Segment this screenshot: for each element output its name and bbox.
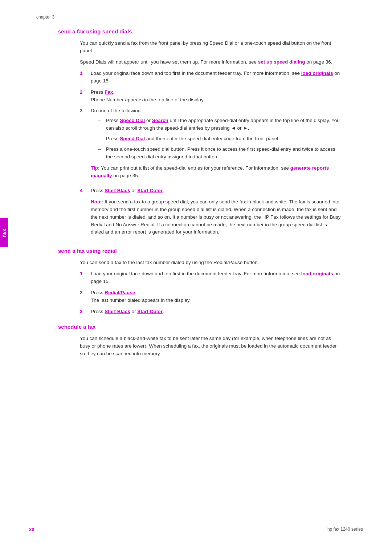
note-text-1: If you send a fax to a group speed dial,… <box>91 199 341 235</box>
step2-after: . <box>113 89 115 95</box>
bullet-1-content: Press Speed Dial or Search until the app… <box>106 117 341 132</box>
set-up-speed-dialing-link[interactable]: set up speed dialing <box>258 59 305 65</box>
step-4-content: Press Start Black or Start Color. Note: … <box>91 187 341 240</box>
redial-step-1-content: Load your original face down and top fir… <box>91 270 341 285</box>
dash-2: – <box>98 135 106 143</box>
speed-dial-link-2[interactable]: Speed Dial <box>120 136 145 141</box>
step2-before: Press <box>91 89 105 95</box>
note-box-1: Note: If you send a fax to a group speed… <box>91 198 341 236</box>
section-speed-dials: send a fax using speed dials You can qui… <box>36 28 363 240</box>
tip-box: Tip: You can print out a list of the spe… <box>91 165 341 180</box>
fax-link[interactable]: Fax <box>105 89 113 95</box>
chapter-text: chapter 3 <box>36 15 54 20</box>
bullet-2: – Press Speed Dial and then enter the sp… <box>98 135 341 143</box>
step-2: 2 Press Fax. Phone Number appears in the… <box>80 89 341 104</box>
step-1: 1 Load your original face down and top f… <box>80 70 341 85</box>
step-num-2: 2 <box>80 89 91 104</box>
side-tab-label: fax <box>1 228 7 237</box>
dash-3: – <box>98 146 106 161</box>
step-num-3: 3 <box>80 107 91 183</box>
bullet-3-content: Press a one-touch speed dial button. Pre… <box>106 146 341 161</box>
bullet-2-content: Press Speed Dial and then enter the spee… <box>106 135 341 143</box>
start-black-link-2[interactable]: Start Black <box>105 309 130 314</box>
step-num-1: 1 <box>80 70 91 85</box>
step-3: 3 Do one of the following: – Press Speed… <box>80 107 341 183</box>
section-title-schedule: schedule a fax <box>58 324 363 330</box>
dash-1: – <box>98 117 106 132</box>
redial-steps: 1 Load your original face down and top f… <box>80 270 341 316</box>
load-originals-link-2[interactable]: load originals <box>301 271 333 276</box>
start-black-link-1[interactable]: Start Black <box>105 188 130 193</box>
step-num-4: 4 <box>80 187 91 240</box>
bullet-3: – Press a one-touch speed dial button. P… <box>98 146 341 161</box>
tip-text-before: You can print out a list of the speed-di… <box>100 165 290 171</box>
step-1-content: Load your original face down and top fir… <box>91 70 341 85</box>
section-title-redial: send a fax using redial <box>58 248 363 254</box>
footer: 20 hp fax 1240 series <box>0 527 392 532</box>
redial-step-1: 1 Load your original face down and top f… <box>80 270 341 285</box>
redial-step-3-content: Press Start Black or Start Color. <box>91 308 341 316</box>
redial-step2-sub: The last number dialed appears in the di… <box>91 297 191 303</box>
section-redial: send a fax using redial You can send a f… <box>36 248 363 316</box>
redial-step-num-2: 2 <box>80 289 91 304</box>
note-label-1: Note: <box>91 199 103 204</box>
intro2-after: on page 36. <box>305 59 332 65</box>
side-tab: fax <box>0 218 8 247</box>
section-schedule: schedule a fax You can schedule a black-… <box>36 324 363 358</box>
speed-dials-steps: 1 Load your original face down and top f… <box>80 70 341 240</box>
redial-step-num-1: 1 <box>80 270 91 285</box>
redial-step-3: 3 Press Start Black or Start Color. <box>80 308 341 316</box>
step-2-content: Press Fax. Phone Number appears in the t… <box>91 89 341 104</box>
bullet-1: – Press Speed Dial or Search until the a… <box>98 117 341 132</box>
step1-before: Load your original face down and top fir… <box>91 70 301 76</box>
redial-step-num-3: 3 <box>80 308 91 316</box>
start-color-link-2[interactable]: Start Color <box>137 309 163 314</box>
page: fax chapter 3 send a fax using speed dia… <box>0 0 392 543</box>
footer-brand-text: hp fax 1240 series <box>327 527 363 532</box>
footer-page-number: 20 <box>29 527 34 532</box>
schedule-intro: You can schedule a black-and-white fax t… <box>80 335 341 358</box>
step2-sub: Phone Number appears in the top line of … <box>91 97 204 102</box>
redial-step-2-content: Press Redial/Pause. The last number dial… <box>91 289 341 304</box>
speed-dial-link-1[interactable]: Speed Dial <box>120 118 145 123</box>
start-color-link-1[interactable]: Start Color <box>137 188 163 193</box>
redial-intro: You can send a fax to the last fax numbe… <box>80 259 341 267</box>
tip-text-after: on page 35. <box>112 173 139 178</box>
section-title-speed-dials: send a fax using speed dials <box>58 28 363 35</box>
step-4: 4 Press Start Black or Start Color. Note… <box>80 187 341 240</box>
intro2-before: Speed Dials will not appear until you ha… <box>80 59 258 65</box>
chapter-header: chapter 3 <box>36 15 363 20</box>
search-link[interactable]: Search <box>152 118 168 123</box>
load-originals-link-1[interactable]: load originals <box>301 70 333 76</box>
redial-pause-link[interactable]: Redial/Pause <box>105 290 135 295</box>
step-3-content: Do one of the following: – Press Speed D… <box>91 107 341 183</box>
tip-label: Tip: <box>91 165 100 171</box>
step3-bullets: – Press Speed Dial or Search until the a… <box>98 117 341 161</box>
speed-dials-intro1: You can quickly send a fax from the fron… <box>80 40 341 55</box>
speed-dials-intro2: Speed Dials will not appear until you ha… <box>80 58 341 66</box>
redial-step-2: 2 Press Redial/Pause. The last number di… <box>80 289 341 304</box>
step3-text: Do one of the following: <box>91 108 142 113</box>
